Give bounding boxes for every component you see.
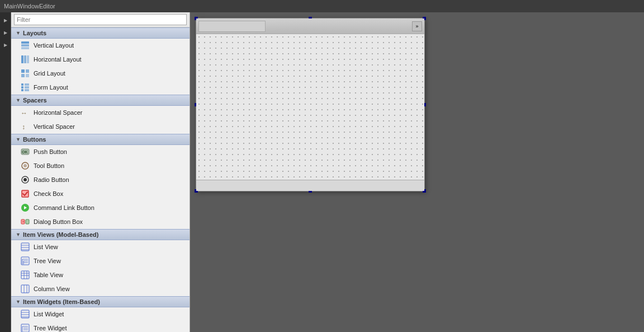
item-horizontal-spacer[interactable]: ↔ Horizontal Spacer xyxy=(11,106,190,120)
svg-rect-0 xyxy=(21,41,29,44)
svg-rect-13 xyxy=(25,86,29,88)
titlebar-expand-button[interactable]: » xyxy=(412,21,422,31)
list-view-icon xyxy=(20,242,30,252)
item-vertical-spacer[interactable]: ↕ Vertical Spacer xyxy=(11,120,190,134)
horizontal-layout-icon xyxy=(20,54,30,64)
item-form-layout[interactable]: Form Layout xyxy=(11,81,190,95)
svg-text:✕: ✕ xyxy=(22,220,25,223)
item-vertical-layout[interactable]: Vertical Layout xyxy=(11,39,190,53)
svg-rect-9 xyxy=(26,74,29,77)
svg-rect-11 xyxy=(25,83,29,86)
v-spacer-icon: ↕ xyxy=(20,121,30,132)
category-layouts-label: Layouts xyxy=(23,30,46,36)
left-strip-item[interactable]: ▶ xyxy=(1,15,10,26)
item-command-link-button[interactable]: Command Link Button xyxy=(11,201,190,215)
svg-rect-7 xyxy=(26,69,29,73)
design-window[interactable]: » xyxy=(196,18,425,191)
category-spacers-arrow: ▼ xyxy=(16,97,21,103)
form-layout-icon xyxy=(20,82,30,92)
svg-rect-45 xyxy=(21,285,29,293)
item-tool-button[interactable]: Tool Button xyxy=(11,159,190,173)
check-box-label: Check Box xyxy=(34,190,63,197)
item-horizontal-layout[interactable]: Horizontal Layout xyxy=(11,53,190,67)
item-check-box[interactable]: Check Box xyxy=(11,187,190,201)
widget-panel: ▼ Layouts Vertical Layout xyxy=(11,12,190,332)
design-window-titlebar: » xyxy=(196,18,424,34)
category-item-views-arrow: ▼ xyxy=(16,232,21,237)
category-item-views[interactable]: ▼ Item Views (Model-Based) xyxy=(11,229,190,240)
category-item-widgets-arrow: ▼ xyxy=(16,299,21,305)
radio-button-label: Radio Button xyxy=(34,176,69,183)
svg-rect-6 xyxy=(21,69,25,73)
svg-point-21 xyxy=(23,164,27,167)
item-push-button[interactable]: OK Push Button xyxy=(11,145,190,159)
h-spacer-icon: ↔ xyxy=(20,107,30,118)
svg-rect-15 xyxy=(25,89,29,91)
svg-rect-12 xyxy=(21,86,23,88)
category-item-widgets[interactable]: ▼ Item Widgets (Item-Based) xyxy=(11,296,190,307)
horizontal-spacer-label: Horizontal Spacer xyxy=(34,109,82,116)
tool-button-icon xyxy=(20,161,30,171)
design-window-body[interactable] xyxy=(196,34,424,191)
svg-point-23 xyxy=(23,178,27,181)
tree-widget-icon xyxy=(20,323,30,332)
svg-rect-4 xyxy=(24,55,26,63)
tree-view-label: Tree View xyxy=(34,258,61,264)
item-tree-widget[interactable]: Tree Widget xyxy=(11,321,190,332)
item-radio-button[interactable]: Radio Button xyxy=(11,173,190,187)
item-dialog-button-box[interactable]: ✕ Dialog Button Box xyxy=(11,215,190,229)
left-strip-item-2[interactable]: ▶ xyxy=(1,27,10,38)
vertical-spacer-label: Vertical Spacer xyxy=(34,123,75,130)
vertical-layout-label: Vertical Layout xyxy=(34,42,74,49)
svg-rect-14 xyxy=(21,89,23,91)
svg-rect-40 xyxy=(21,271,29,279)
vertical-layout-icon xyxy=(20,40,30,50)
command-link-button-icon xyxy=(20,203,30,213)
category-layouts-arrow: ▼ xyxy=(16,30,21,36)
category-spacers[interactable]: ▼ Spacers xyxy=(11,95,190,106)
svg-rect-1 xyxy=(21,44,29,46)
category-layouts[interactable]: ▼ Layouts xyxy=(11,27,190,39)
item-list-widget[interactable]: List Widget xyxy=(11,307,190,321)
item-column-view[interactable]: Column View xyxy=(11,282,190,296)
design-window-statusbar xyxy=(196,180,424,191)
left-strip-item-3[interactable]: ▶ xyxy=(1,39,10,50)
category-buttons-arrow: ▼ xyxy=(16,137,21,142)
svg-text:↕: ↕ xyxy=(22,123,25,131)
item-tree-view[interactable]: Tree View xyxy=(11,254,190,268)
item-list-view[interactable]: List View xyxy=(11,240,190,254)
titlebar-label xyxy=(198,21,266,32)
category-item-widgets-label: Item Widgets (Item-Based) xyxy=(23,298,100,305)
dialog-button-box-icon: ✕ xyxy=(20,217,30,227)
svg-text:OK: OK xyxy=(22,150,28,154)
toolbar-title: MainWindowEditor xyxy=(2,3,57,10)
widget-list: ▼ Layouts Vertical Layout xyxy=(11,27,190,332)
item-table-view[interactable]: Table View xyxy=(11,268,190,282)
item-grid-layout[interactable]: Grid Layout xyxy=(11,67,190,81)
horizontal-layout-label: Horizontal Layout xyxy=(34,56,82,63)
list-widget-icon xyxy=(20,309,30,319)
table-view-icon xyxy=(20,270,30,280)
svg-rect-5 xyxy=(27,55,29,63)
design-area: » xyxy=(190,12,644,332)
category-spacers-label: Spacers xyxy=(23,97,47,104)
tree-widget-label: Tree Widget xyxy=(34,325,67,331)
push-button-label: Push Button xyxy=(34,148,67,155)
design-canvas[interactable]: » xyxy=(190,12,644,332)
column-view-icon xyxy=(20,284,30,294)
list-widget-label: List Widget xyxy=(34,311,64,317)
toolbar: MainWindowEditor xyxy=(0,0,644,12)
category-buttons[interactable]: ▼ Buttons xyxy=(11,134,190,145)
check-box-icon xyxy=(20,189,30,199)
svg-rect-10 xyxy=(21,83,23,86)
grid-layout-label: Grid Layout xyxy=(34,70,65,77)
dialog-button-box-label: Dialog Button Box xyxy=(34,218,83,225)
table-view-label: Table View xyxy=(34,272,63,278)
tool-button-label: Tool Button xyxy=(34,162,64,169)
filter-bar xyxy=(11,12,190,27)
svg-rect-2 xyxy=(21,47,29,49)
column-view-label: Column View xyxy=(34,286,70,292)
filter-input[interactable] xyxy=(14,14,187,25)
main-content: ▶ ▶ ▶ ▼ Layouts Vertical La xyxy=(0,12,644,332)
svg-rect-8 xyxy=(21,74,25,77)
